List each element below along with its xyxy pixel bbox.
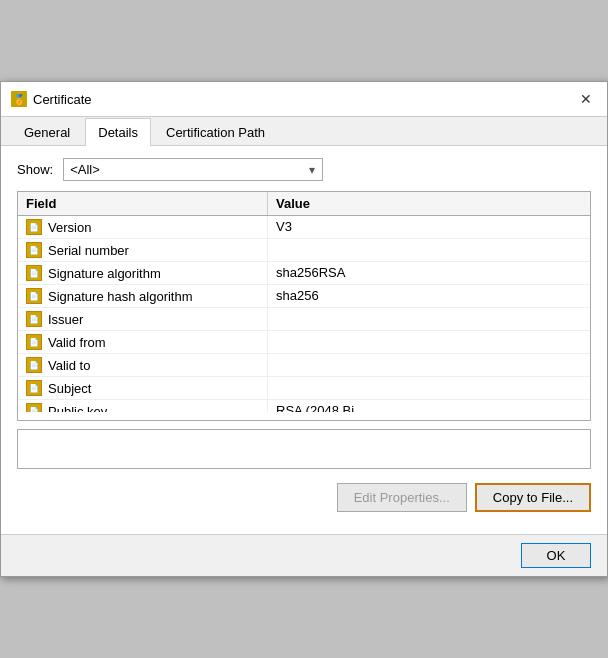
- field-value: [268, 377, 590, 399]
- title-bar: 🏅 Certificate ✕: [1, 82, 607, 117]
- dialog-title: Certificate: [33, 92, 92, 107]
- table-body[interactable]: 📄 Version V3 📄 Serial number 📄: [18, 216, 590, 412]
- field-icon: 📄: [26, 357, 42, 373]
- tab-certification-path[interactable]: Certification Path: [153, 118, 278, 146]
- field-name: 📄 Issuer: [18, 308, 268, 330]
- field-name: 📄 Public key: [18, 400, 268, 412]
- field-value: sha256RSA: [268, 262, 590, 284]
- show-row: Show: <All> Version 1 Fields Only Extens…: [17, 158, 591, 181]
- title-bar-left: 🏅 Certificate: [11, 91, 92, 107]
- show-select[interactable]: <All> Version 1 Fields Only Extensions O…: [63, 158, 323, 181]
- field-value: V3: [268, 216, 590, 238]
- edit-properties-button[interactable]: Edit Properties...: [337, 483, 467, 512]
- field-name: 📄 Version: [18, 216, 268, 238]
- show-select-wrapper: <All> Version 1 Fields Only Extensions O…: [63, 158, 323, 181]
- field-icon: 📄: [26, 288, 42, 304]
- table-header: Field Value: [18, 192, 590, 216]
- field-icon: 📄: [26, 265, 42, 281]
- tab-general[interactable]: General: [11, 118, 83, 146]
- field-icon: 📄: [26, 311, 42, 327]
- field-icon: 📄: [26, 242, 42, 258]
- fields-table: Field Value 📄 Version V3 📄 Serial number: [17, 191, 591, 421]
- tab-bar: General Details Certification Path: [1, 117, 607, 146]
- certificate-icon: 🏅: [11, 91, 27, 107]
- field-value: [268, 354, 590, 376]
- footer: OK: [1, 534, 607, 576]
- table-row[interactable]: 📄 Signature algorithm sha256RSA: [18, 262, 590, 285]
- column-field: Field: [18, 192, 268, 215]
- field-value: RSA (2048 Bi…: [268, 400, 590, 412]
- field-icon: 📄: [26, 403, 42, 412]
- table-row[interactable]: 📄 Valid to: [18, 354, 590, 377]
- field-name: 📄 Signature algorithm: [18, 262, 268, 284]
- field-name: 📄 Valid to: [18, 354, 268, 376]
- field-value: [268, 239, 590, 261]
- field-name: 📄 Valid from: [18, 331, 268, 353]
- column-value: Value: [268, 192, 590, 215]
- show-label: Show:: [17, 162, 53, 177]
- table-row[interactable]: 📄 Subject: [18, 377, 590, 400]
- detail-preview-box: [17, 429, 591, 469]
- field-value: [268, 331, 590, 353]
- table-row[interactable]: 📄 Serial number: [18, 239, 590, 262]
- table-row[interactable]: 📄 Signature hash algorithm sha256: [18, 285, 590, 308]
- action-buttons: Edit Properties... Copy to File...: [17, 483, 591, 522]
- field-name: 📄 Serial number: [18, 239, 268, 261]
- tab-content: Show: <All> Version 1 Fields Only Extens…: [1, 146, 607, 534]
- field-value: sha256: [268, 285, 590, 307]
- copy-to-file-button[interactable]: Copy to File...: [475, 483, 591, 512]
- close-button[interactable]: ✕: [575, 88, 597, 110]
- table-row[interactable]: 📄 Public key RSA (2048 Bi…: [18, 400, 590, 412]
- table-row[interactable]: 📄 Version V3: [18, 216, 590, 239]
- field-name: 📄 Signature hash algorithm: [18, 285, 268, 307]
- field-value: [268, 308, 590, 330]
- certificate-dialog: 🏅 Certificate ✕ General Details Certific…: [0, 81, 608, 577]
- field-icon: 📄: [26, 334, 42, 350]
- field-icon: 📄: [26, 219, 42, 235]
- table-row[interactable]: 📄 Valid from: [18, 331, 590, 354]
- field-icon: 📄: [26, 380, 42, 396]
- field-name: 📄 Subject: [18, 377, 268, 399]
- table-row[interactable]: 📄 Issuer: [18, 308, 590, 331]
- ok-button[interactable]: OK: [521, 543, 591, 568]
- tab-details[interactable]: Details: [85, 118, 151, 146]
